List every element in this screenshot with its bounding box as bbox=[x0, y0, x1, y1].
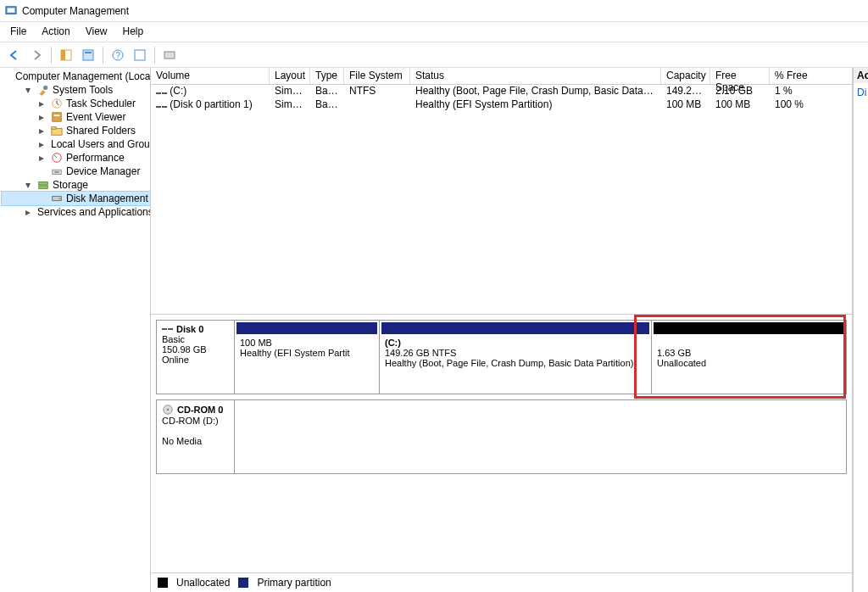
svg-point-12 bbox=[43, 86, 47, 90]
menu-view[interactable]: View bbox=[79, 24, 114, 40]
drive-icon bbox=[156, 92, 167, 94]
svg-rect-9 bbox=[164, 52, 175, 59]
window-title: Computer Management bbox=[22, 5, 129, 17]
disk-label: Disk 0 Basic 150.98 GB Online bbox=[157, 321, 235, 394]
legend: Unallocated Primary partition bbox=[151, 572, 852, 592]
col-type[interactable]: Type bbox=[310, 68, 344, 84]
svg-rect-23 bbox=[39, 182, 48, 186]
device-icon bbox=[51, 165, 63, 177]
app-icon bbox=[5, 5, 17, 17]
svg-text:?: ? bbox=[115, 51, 120, 60]
svg-rect-14 bbox=[53, 113, 62, 122]
svg-rect-1 bbox=[8, 8, 15, 12]
tree-task-scheduler[interactable]: ▸ Task Scheduler bbox=[2, 97, 150, 110]
tree-performance[interactable]: ▸ Performance bbox=[2, 151, 150, 165]
actions-pane: Ac Di bbox=[853, 68, 868, 592]
title-bar: Computer Management bbox=[0, 0, 868, 22]
main-area: Computer Management (Local ▾ System Tool… bbox=[0, 68, 868, 592]
expand-icon[interactable]: ▸ bbox=[25, 206, 31, 218]
help-button[interactable]: ? bbox=[108, 46, 127, 64]
volume-list-header: Volume Layout Type File System Status Ca… bbox=[151, 68, 852, 85]
settings-button[interactable] bbox=[160, 46, 179, 64]
col-capacity[interactable]: Capacity bbox=[661, 68, 710, 84]
disk-partitions-empty bbox=[235, 400, 846, 473]
event-icon bbox=[51, 111, 63, 123]
volume-row[interactable]: (Disk 0 partition 1) Simple Basic Health… bbox=[151, 98, 852, 112]
svg-rect-24 bbox=[39, 186, 48, 189]
volume-list: (C:) Simple Basic NTFS Healthy (Boot, Pa… bbox=[151, 85, 852, 314]
svg-point-26 bbox=[59, 198, 61, 199]
center-pane: Volume Layout Type File System Status Ca… bbox=[151, 68, 853, 592]
menu-file[interactable]: File bbox=[3, 24, 33, 40]
tree-disk-management[interactable]: Disk Management bbox=[2, 192, 150, 205]
collapse-icon[interactable]: ▾ bbox=[25, 84, 34, 96]
svg-rect-5 bbox=[85, 52, 92, 53]
annotation-highlight bbox=[634, 315, 846, 399]
storage-icon bbox=[37, 179, 49, 191]
expand-icon[interactable]: ▸ bbox=[39, 125, 47, 137]
tree-services[interactable]: ▸ Services and Applications bbox=[2, 205, 150, 219]
partition-efi[interactable]: 100 MB Healthy (EFI System Partit bbox=[235, 321, 379, 394]
svg-rect-22 bbox=[54, 171, 58, 173]
toolbar: ? bbox=[0, 42, 868, 68]
shared-folder-icon bbox=[51, 125, 63, 137]
collapse-icon[interactable]: ▾ bbox=[25, 179, 34, 191]
disk-row[interactable]: CD-ROM 0 CD-ROM (D:) No Media bbox=[156, 399, 847, 474]
col-status[interactable]: Status bbox=[410, 68, 661, 84]
primary-bar bbox=[236, 322, 377, 334]
tree-root[interactable]: Computer Management (Local bbox=[2, 70, 150, 83]
svg-rect-8 bbox=[135, 50, 145, 60]
tree-shared-folders[interactable]: ▸ Shared Folders bbox=[2, 124, 150, 137]
legend-primary-label: Primary partition bbox=[257, 577, 331, 589]
performance-icon bbox=[51, 152, 63, 164]
clock-icon bbox=[51, 98, 63, 109]
expand-icon[interactable]: ▸ bbox=[39, 98, 47, 109]
tree-pane: Computer Management (Local ▾ System Tool… bbox=[0, 68, 151, 592]
drive-icon bbox=[156, 106, 167, 108]
svg-rect-4 bbox=[83, 50, 93, 60]
tools-icon bbox=[37, 84, 49, 96]
tree-local-users[interactable]: ▸ Local Users and Groups bbox=[2, 137, 150, 151]
col-free-space[interactable]: Free Space bbox=[710, 68, 770, 84]
legend-primary-swatch bbox=[238, 578, 248, 588]
col-filesystem[interactable]: File System bbox=[344, 68, 410, 84]
menu-action[interactable]: Action bbox=[35, 24, 76, 40]
expand-icon[interactable]: ▸ bbox=[39, 152, 47, 164]
svg-point-31 bbox=[167, 409, 170, 411]
menu-bar: File Action View Help bbox=[0, 22, 868, 42]
tree-system-tools[interactable]: ▾ System Tools bbox=[2, 83, 150, 97]
col-layout[interactable]: Layout bbox=[270, 68, 310, 84]
tree-event-viewer[interactable]: ▸ Event Viewer bbox=[2, 110, 150, 124]
back-button[interactable] bbox=[5, 46, 24, 64]
col-volume[interactable]: Volume bbox=[151, 68, 270, 84]
forward-button[interactable] bbox=[27, 46, 46, 64]
partition-c[interactable]: (C:) 149.26 GB NTFS Healthy (Boot, Page … bbox=[379, 321, 651, 394]
disk-graphical-view: Disk 0 Basic 150.98 GB Online 100 MB Hea… bbox=[151, 314, 852, 572]
tree-storage[interactable]: ▾ Storage bbox=[2, 178, 150, 192]
tree-root-label: Computer Management (Local bbox=[15, 70, 151, 82]
disk-icon bbox=[162, 328, 173, 330]
expand-icon[interactable]: ▸ bbox=[39, 138, 44, 150]
actions-header: Ac bbox=[854, 68, 868, 83]
cdrom-icon bbox=[162, 404, 174, 416]
refresh-button[interactable] bbox=[131, 46, 149, 64]
toolbar-separator bbox=[154, 47, 155, 64]
legend-unallocated-swatch bbox=[158, 578, 168, 588]
toolbar-separator bbox=[103, 47, 103, 64]
show-hide-tree-button[interactable] bbox=[57, 46, 75, 64]
expand-icon[interactable]: ▸ bbox=[39, 111, 47, 123]
svg-rect-17 bbox=[52, 127, 56, 130]
properties-button[interactable] bbox=[79, 46, 97, 64]
legend-unallocated-label: Unallocated bbox=[176, 577, 230, 589]
svg-rect-3 bbox=[61, 50, 65, 60]
disk-icon bbox=[51, 193, 63, 204]
volume-row[interactable]: (C:) Simple Basic NTFS Healthy (Boot, Pa… bbox=[151, 85, 852, 98]
tree-device-manager[interactable]: Device Manager bbox=[2, 165, 150, 178]
actions-item[interactable]: Di bbox=[854, 83, 868, 102]
disk-label: CD-ROM 0 CD-ROM (D:) No Media bbox=[157, 400, 235, 473]
col-pct-free[interactable]: % Free bbox=[770, 68, 852, 84]
menu-help[interactable]: Help bbox=[116, 24, 151, 40]
primary-bar bbox=[381, 322, 649, 334]
toolbar-separator bbox=[51, 47, 52, 64]
svg-rect-15 bbox=[54, 114, 60, 116]
